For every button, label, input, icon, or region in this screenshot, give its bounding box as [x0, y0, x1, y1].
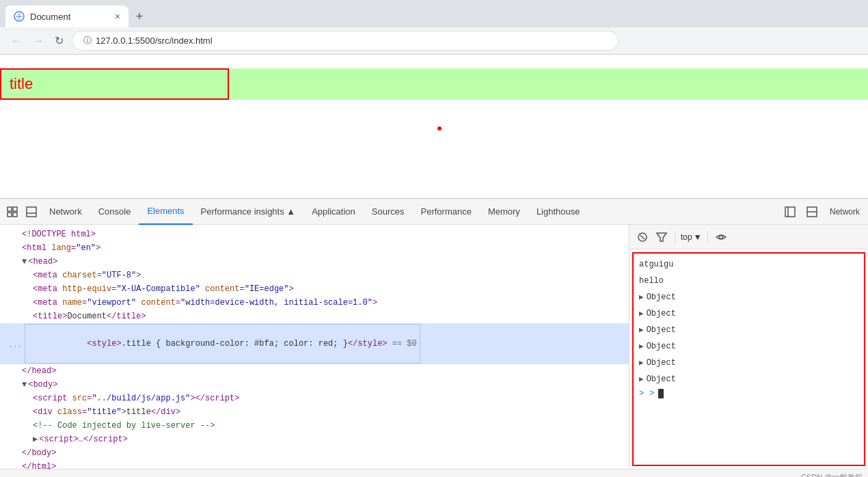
- title-box: title: [0, 68, 229, 100]
- devtools-tab-console[interactable]: Console: [90, 199, 139, 225]
- html-panel[interactable]: <!DOCTYPE html> <html lang="en"> ▼<head>…: [0, 225, 629, 469]
- svg-line-12: [640, 235, 645, 239]
- expand-arrow[interactable]: ▶: [639, 290, 644, 304]
- console-item: atguigu: [634, 256, 864, 273]
- devtools-panel: Network Console Elements Performance ins…: [0, 198, 868, 477]
- tab-title: Document: [30, 12, 70, 22]
- devtools-network-tab-right: Network: [824, 207, 865, 217]
- expand-arrow[interactable]: ▶: [639, 307, 644, 321]
- html-line: <script src="../build/js/app.js"></scrip…: [0, 392, 629, 405]
- console-icon-stop[interactable]: [635, 230, 650, 245]
- console-item-object[interactable]: ▶ Object: [634, 338, 864, 355]
- html-line: </body>: [0, 446, 629, 460]
- devtools-icon-close[interactable]: [802, 202, 822, 221]
- devtools-tab-performance[interactable]: Performance: [413, 199, 480, 225]
- console-item-object[interactable]: ▶ Object: [634, 355, 864, 371]
- tab-close-button[interactable]: ×: [115, 11, 120, 22]
- svg-rect-7: [785, 207, 795, 217]
- tab-bar: Document × +: [0, 0, 868, 27]
- html-line: ▼<head>: [0, 255, 629, 269]
- line-gutter-dots: ...: [8, 339, 22, 351]
- console-panel: top ▼ atguigu hello: [629, 225, 868, 469]
- html-line: <html lang="en">: [0, 241, 629, 255]
- html-line: <title>Document</title>: [0, 310, 629, 323]
- devtools-tab-network[interactable]: Network: [41, 199, 90, 225]
- devtools-tab-lighthouse[interactable]: Lighthouse: [528, 199, 588, 225]
- svg-rect-4: [13, 213, 17, 217]
- red-dot: [437, 126, 442, 131]
- console-cursor[interactable]: >: [634, 387, 864, 400]
- expand-arrow[interactable]: ▶: [639, 323, 644, 337]
- devtools-tab-performance-insights[interactable]: Performance insights ▲: [193, 199, 304, 225]
- console-item-object[interactable]: ▶ Object: [634, 371, 864, 387]
- devtools-icon-undock[interactable]: [781, 202, 800, 221]
- html-line: </head>: [0, 364, 629, 378]
- reload-button[interactable]: ↻: [52, 31, 66, 50]
- credit-text: CSDN @ps酷教程: [801, 472, 863, 477]
- html-line: <meta charset="UTF-8">: [0, 269, 629, 282]
- console-item-object[interactable]: ▶ Object: [634, 305, 864, 322]
- address-bar: ← → ↻ ⓘ 127.0.0.1:5500/src/index.html: [0, 27, 868, 55]
- html-line: </html>: [0, 460, 629, 469]
- address-input[interactable]: ⓘ 127.0.0.1:5500/src/index.html: [72, 31, 619, 51]
- lock-icon: ⓘ: [83, 35, 92, 46]
- svg-rect-5: [27, 207, 36, 217]
- svg-rect-2: [13, 207, 17, 211]
- console-toolbar: top ▼: [629, 225, 868, 249]
- url-text: 127.0.0.1:5500/src/index.html: [96, 36, 213, 46]
- html-line: ▼<body>: [0, 378, 629, 392]
- html-line: <meta http-equiv="X-UA-Compatible" conte…: [0, 282, 629, 296]
- console-icon-filter[interactable]: [654, 230, 669, 245]
- console-icon-eye[interactable]: [714, 230, 729, 245]
- devtools-main-body: <!DOCTYPE html> <html lang="en"> ▼<head>…: [0, 225, 868, 469]
- html-line: <!-- Code injected by live-server -->: [0, 419, 629, 433]
- console-top-selector[interactable]: top ▼: [681, 232, 702, 242]
- devtools-icon-select[interactable]: [3, 202, 22, 221]
- new-tab-button[interactable]: +: [128, 5, 150, 27]
- html-line: <!DOCTYPE html>: [0, 228, 629, 241]
- console-tb-separator: [675, 231, 675, 243]
- svg-rect-3: [8, 213, 12, 217]
- devtools-tab-sources[interactable]: Sources: [364, 199, 413, 225]
- console-item: hello: [634, 273, 864, 289]
- console-output[interactable]: atguigu hello ▶ Object ▶ Object: [632, 252, 865, 466]
- forward-button[interactable]: →: [30, 32, 46, 50]
- devtools-tab-application[interactable]: Application: [303, 199, 364, 225]
- console-item-object[interactable]: ▶ Object: [634, 322, 864, 338]
- svg-marker-13: [657, 233, 666, 241]
- expand-arrow[interactable]: ▶: [639, 356, 644, 370]
- devtools-icon-dock[interactable]: [22, 202, 41, 221]
- back-button[interactable]: ←: [8, 32, 25, 50]
- devtools-tab-memory[interactable]: Memory: [480, 199, 528, 225]
- page-content: title: [0, 55, 868, 198]
- html-line-highlighted[interactable]: ... <style>.title { background-color: #b…: [0, 323, 629, 364]
- expand-arrow[interactable]: ▶: [639, 372, 644, 386]
- console-tb-separator-2: [707, 231, 708, 243]
- tab-favicon: [14, 11, 25, 22]
- browser-window: Document × + ← → ↻ ⓘ 127.0.0.1:5500/src/…: [0, 0, 868, 477]
- svg-rect-1: [8, 207, 12, 211]
- html-line: <div class="title">title</div>: [0, 405, 629, 419]
- console-item-object[interactable]: ▶ Object: [634, 289, 864, 305]
- svg-point-14: [719, 235, 722, 238]
- expand-arrow[interactable]: ▶: [639, 340, 644, 353]
- devtools-tab-elements[interactable]: Elements: [139, 199, 192, 225]
- devtools-right-icons: Network: [781, 202, 865, 221]
- browser-tab[interactable]: Document ×: [5, 5, 128, 27]
- html-line: ▶<script>…</script>: [0, 433, 629, 446]
- devtools-tab-bar: Network Console Elements Performance ins…: [0, 199, 868, 225]
- html-line: <meta name="viewport" content="width=dev…: [0, 296, 629, 310]
- devtools-bottom-bar: CSDN @ps酷教程: [0, 469, 868, 477]
- console-caret: [658, 389, 664, 398]
- page-title: title: [10, 75, 33, 93]
